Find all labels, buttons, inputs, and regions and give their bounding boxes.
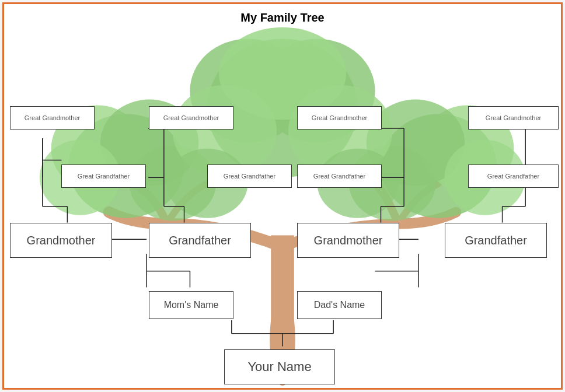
great-grandmother-3: Great Grandmother xyxy=(297,106,382,130)
great-grandfather-4: Great Grandfather xyxy=(468,164,559,188)
grandfather-2: Grandfather xyxy=(445,223,547,258)
great-grandmother-4: Great Grandmother xyxy=(468,106,559,130)
mom-box: Mom's Name xyxy=(149,291,233,319)
great-grandfather-2: Great Grandfather xyxy=(207,164,292,188)
great-grandmother-1: Great Grandmother xyxy=(10,106,95,130)
your-name-box: Your Name xyxy=(224,349,335,384)
great-grandmother-2: Great Grandmother xyxy=(149,106,233,130)
grandmother-2: Grandmother xyxy=(297,223,399,258)
great-grandfather-1: Great Grandfather xyxy=(61,164,146,188)
dad-box: Dad's Name xyxy=(297,291,382,319)
grandmother-1: Grandmother xyxy=(10,223,112,258)
great-grandfather-3: Great Grandfather xyxy=(297,164,382,188)
grandfather-1: Grandfather xyxy=(149,223,251,258)
frame: My Family Tree xyxy=(2,2,563,390)
page-title: My Family Tree xyxy=(4,4,561,24)
